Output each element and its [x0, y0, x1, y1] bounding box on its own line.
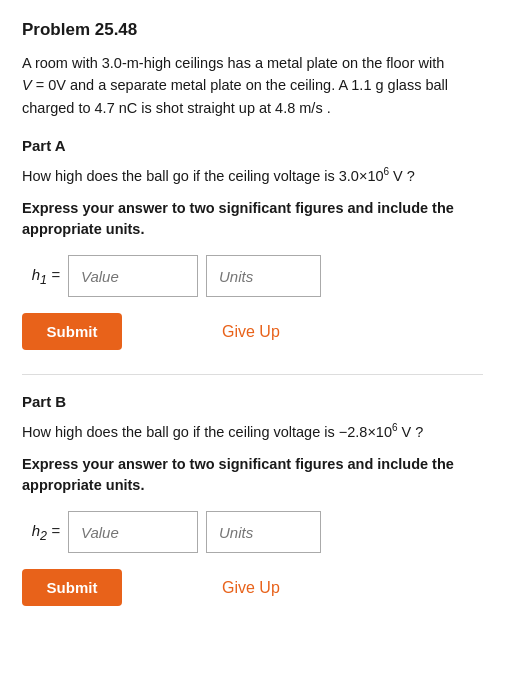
- part-a-question: How high does the ball go if the ceiling…: [22, 164, 483, 187]
- part-a-answer-label: h1 =: [22, 266, 60, 287]
- part-b-section: Part B How high does the ball go if the …: [22, 393, 483, 606]
- description-line1: A room with 3.0-m-high ceilings has a me…: [22, 55, 444, 71]
- part-b-answer-label: h2 =: [22, 522, 60, 543]
- part-a-answer-row: h1 =: [22, 255, 483, 297]
- section-divider: [22, 374, 483, 375]
- part-b-label: Part B: [22, 393, 483, 410]
- part-b-submit-button[interactable]: Submit: [22, 569, 122, 606]
- part-b-answer-row: h2 =: [22, 511, 483, 553]
- part-a-units-input[interactable]: [206, 255, 321, 297]
- part-b-button-row: Submit Give Up: [22, 569, 483, 606]
- description-line3: charged to 4.7 nC is shot straight up at…: [22, 100, 331, 116]
- problem-title: Problem 25.48: [22, 20, 483, 40]
- part-a-instruction: Express your answer to two significant f…: [22, 198, 483, 242]
- part-b-instruction: Express your answer to two significant f…: [22, 454, 483, 498]
- description-line2: V = 0V and a separate metal plate on the…: [22, 77, 448, 93]
- part-a-value-input[interactable]: [68, 255, 198, 297]
- part-a-section: Part A How high does the ball go if the …: [22, 137, 483, 350]
- part-b-value-input[interactable]: [68, 511, 198, 553]
- part-a-submit-button[interactable]: Submit: [22, 313, 122, 350]
- part-a-button-row: Submit Give Up: [22, 313, 483, 350]
- part-a-label: Part A: [22, 137, 483, 154]
- part-b-give-up-link[interactable]: Give Up: [222, 579, 280, 597]
- part-b-question: How high does the ball go if the ceiling…: [22, 420, 483, 443]
- problem-description: A room with 3.0-m-high ceilings has a me…: [22, 52, 483, 119]
- part-b-units-input[interactable]: [206, 511, 321, 553]
- part-a-give-up-link[interactable]: Give Up: [222, 323, 280, 341]
